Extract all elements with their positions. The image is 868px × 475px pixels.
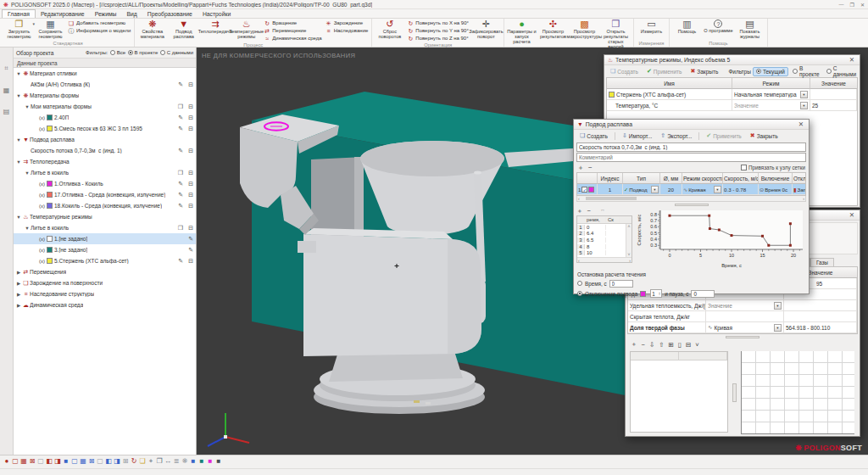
delete-icon[interactable]: ⊟ — [188, 115, 193, 121]
supply-name-input[interactable] — [576, 142, 806, 152]
tree-item[interactable]: (х)17.Отливка - Среда (конвекция, излуче… — [14, 189, 196, 200]
point-row[interactable]: 36.5 — [577, 237, 632, 243]
maximize-icon[interactable]: ❐ — [850, 2, 854, 8]
view-cube-plus-gray-icon[interactable]: ⊞ — [121, 457, 130, 466]
snap-to-node-checkbox[interactable]: Привязать к узлу сетки — [741, 165, 805, 170]
view-cube-half-left-red-icon[interactable]: ◧ — [45, 457, 53, 466]
menu-tab-home[interactable]: Главная — [2, 9, 36, 18]
expander-icon[interactable]: ▼ — [24, 170, 31, 176]
chevron-down-icon[interactable]: ▾ — [774, 302, 782, 310]
tool-layers-icon[interactable]: ≣ — [172, 457, 181, 466]
column-header[interactable] — [577, 173, 598, 184]
view-cube-half-left-blue-icon[interactable]: ◧ — [104, 457, 113, 466]
view-cube-mesh-red-icon[interactable]: ▦ — [19, 457, 28, 466]
mode-select[interactable]: Значение▾ — [732, 100, 810, 111]
speed-mode-select[interactable]: ∿Кривая▾ — [682, 184, 723, 195]
horizontal-scrollbar[interactable]: ‹› — [576, 196, 806, 202]
import-icon[interactable]: ⇩ — [649, 341, 654, 349]
value-cell[interactable] — [810, 89, 857, 100]
delete-icon[interactable]: ⊟ — [188, 203, 193, 210]
value-cell[interactable] — [784, 300, 857, 311]
tree-item[interactable]: (х)1.Отливка - Кокиль✎⊟ — [14, 178, 196, 189]
delete-icon[interactable]: ⊟ — [686, 341, 691, 349]
row-checkbox[interactable]: ✓ — [581, 187, 587, 193]
expander-icon[interactable]: ▶ — [15, 270, 22, 275]
temperature-modes-button[interactable]: ♨Температурные режимы — [231, 19, 262, 39]
close-icon[interactable]: ✕ — [797, 120, 805, 128]
supply-index-stepper[interactable]: 1↕ — [650, 289, 662, 298]
rotate-y-button[interactable]: ↻Повернуть по Y на 90° — [407, 28, 469, 35]
mode-select[interactable]: ∿Кривая▾ — [706, 322, 784, 333]
melt-supply-button[interactable]: ▼Подвод расплава — [168, 19, 199, 39]
model-info-button[interactable]: ⓘИнформация о модели — [68, 28, 131, 35]
curve-points-table[interactable] — [630, 351, 728, 433]
create-button[interactable]: ❏Создать — [607, 67, 642, 75]
expander-icon[interactable]: ▼ — [15, 93, 22, 98]
add-point-icon[interactable]: ＋ — [576, 207, 583, 215]
apply-button[interactable]: ✔Применить — [643, 67, 685, 75]
index-cell[interactable]: 1 — [598, 184, 623, 195]
menu-tab-transform[interactable]: Преобразование — [142, 10, 198, 18]
filter-with-data[interactable]: С данными — [160, 50, 193, 55]
filter-in-project[interactable]: В проекте — [128, 50, 158, 55]
column-header[interactable]: Имя — [607, 78, 732, 89]
edit-icon[interactable]: ✎ — [178, 203, 183, 210]
column-header[interactable]: Отключение — [793, 173, 805, 184]
edit-icon[interactable]: ✎ — [178, 126, 183, 132]
new-doc-icon[interactable]: ▯ — [678, 341, 682, 349]
nucleation-button[interactable]: ✳Зарождение — [326, 20, 369, 27]
tree-item[interactable]: (х)3.[не задано]✎ — [14, 244, 196, 255]
tree-item[interactable]: (х)5.Смесь песок кв 63 ЖС 3 пл 1595✎⊟ — [14, 123, 196, 134]
chevron-down-icon[interactable]: ▾ — [800, 102, 808, 109]
remove-supply-icon[interactable]: − — [588, 164, 593, 171]
delete-icon[interactable]: ⊟ — [188, 103, 193, 110]
delete-icon[interactable]: ⊟ — [188, 81, 193, 88]
close-button[interactable]: ✖Закрыть — [687, 67, 721, 75]
view-results-button[interactable]: ✣Просмотр результатов — [537, 19, 569, 39]
view-sphere-red-icon[interactable]: ● — [3, 457, 11, 466]
tree-item[interactable]: ▼Литье в кокиль❐⊟ — [14, 222, 196, 233]
edit-icon[interactable]: ✎ — [178, 81, 183, 88]
add-geometry-button[interactable]: ❏Добавить геометрию — [68, 20, 131, 27]
tree-item[interactable]: ▶⇄Перемещения — [14, 266, 196, 277]
stop-by-time-option[interactable]: Время, с — [577, 280, 805, 288]
stop-time-input[interactable] — [609, 280, 633, 288]
column-header[interactable]: Индекс — [598, 173, 623, 184]
show-logs-button[interactable]: ▤Показать журналы — [734, 19, 765, 39]
view-cube-solid-blue-icon[interactable]: ■ — [62, 457, 70, 466]
panel-tab-project-icon[interactable]: ⌗ — [4, 64, 8, 73]
menu-tab-settings[interactable]: Настройки — [198, 10, 236, 18]
help-button[interactable]: ▥Помощь — [671, 19, 703, 34]
column-header[interactable]: Включение — [759, 173, 793, 184]
chevron-down-icon[interactable]: ▾ — [774, 324, 782, 332]
expander-icon[interactable]: ▼ — [24, 104, 31, 109]
column-header[interactable]: Режим скорости — [682, 173, 723, 184]
view-rotate-red-icon[interactable]: ↻ — [130, 457, 138, 466]
tree-item[interactable]: (х)1.[не задано]✎ — [14, 233, 196, 244]
expander-icon[interactable]: ▼ — [15, 71, 22, 76]
more-icon[interactable]: ˅ — [695, 341, 698, 349]
movement-button[interactable]: ⇄Перемещение — [264, 28, 321, 35]
close-icon[interactable]: ✕ — [848, 56, 856, 64]
tree-item[interactable]: ▼⇉Теплопередача — [14, 156, 196, 167]
rotate-x-button[interactable]: ↻Повернуть по X на 90° — [407, 20, 469, 27]
expander-icon[interactable]: ▼ — [24, 226, 31, 231]
add-row-icon[interactable]: ＋ — [631, 340, 637, 349]
view-cube-mesh-blue-icon[interactable]: ▦ — [79, 457, 87, 466]
tool-box-yellow-icon[interactable]: ❏ — [138, 457, 147, 466]
panel-tab-table-icon[interactable]: ▦ — [3, 87, 10, 94]
value-cell[interactable]: 564.918 - 800.110 — [784, 322, 857, 333]
add-icon[interactable]: ❐ — [178, 170, 183, 176]
tab-gases[interactable]: Газы — [810, 258, 834, 266]
delete-icon[interactable]: ⊟ — [188, 258, 193, 265]
column-header[interactable]: Ø, мм — [660, 173, 682, 184]
vertical-scrollbar[interactable]: ˄˅ — [626, 224, 632, 257]
menu-tab-view[interactable]: Вид — [122, 10, 142, 18]
view-cube-wire-red-icon[interactable]: ▢ — [11, 457, 19, 466]
create-button[interactable]: ❏Создать — [576, 131, 611, 140]
tree-item[interactable]: ▶≡Наследование структуры — [14, 288, 196, 299]
rotate-z-button[interactable]: ↻Повернуть по Z на 90° — [407, 36, 469, 42]
delete-icon[interactable]: ⊟ — [188, 181, 193, 187]
delete-icon[interactable]: ⊟ — [188, 148, 193, 154]
mode-select[interactable]: Значение▾ — [706, 300, 784, 311]
